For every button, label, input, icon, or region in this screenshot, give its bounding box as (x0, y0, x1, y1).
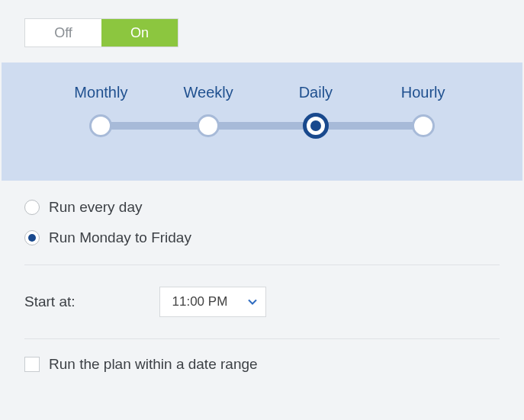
frequency-dot-weekly[interactable] (197, 114, 220, 137)
frequency-option-daily[interactable]: Daily (262, 84, 370, 101)
start-at-label: Start at: (24, 293, 76, 310)
run-weekdays-label: Run Monday to Friday (49, 229, 191, 246)
toggle-off-button[interactable]: Off (25, 19, 101, 46)
frequency-dot-hourly[interactable] (412, 114, 435, 137)
frequency-option-weekly[interactable]: Weekly (155, 84, 262, 101)
frequency-dot-monthly[interactable] (89, 114, 112, 137)
chevron-down-icon (239, 297, 265, 306)
checkbox-icon (24, 357, 40, 372)
date-range-label: Run the plan within a date range (49, 356, 258, 373)
radio-icon (24, 200, 40, 215)
start-time-row: Start at: 11:00 PM (2, 265, 522, 338)
run-every-day-label: Run every day (49, 199, 143, 216)
frequency-option-hourly[interactable]: Hourly (369, 84, 477, 101)
run-every-day-radio[interactable]: Run every day (24, 199, 500, 216)
date-range-checkbox-row[interactable]: Run the plan within a date range (2, 339, 522, 390)
frequency-option-monthly[interactable]: Monthly (47, 84, 155, 101)
run-mode-section: Run every day Run Monday to Friday (2, 181, 522, 265)
run-weekdays-radio[interactable]: Run Monday to Friday (24, 229, 500, 246)
start-time-value: 11:00 PM (160, 294, 240, 309)
frequency-track (47, 112, 477, 139)
start-time-select[interactable]: 11:00 PM (159, 287, 267, 317)
frequency-panel: Monthly Weekly Daily Hourly (2, 63, 522, 181)
radio-icon (24, 230, 40, 245)
toggle-on-button[interactable]: On (101, 19, 178, 46)
schedule-toggle-group: Off On (2, 18, 522, 63)
frequency-dot-daily[interactable] (303, 113, 329, 139)
